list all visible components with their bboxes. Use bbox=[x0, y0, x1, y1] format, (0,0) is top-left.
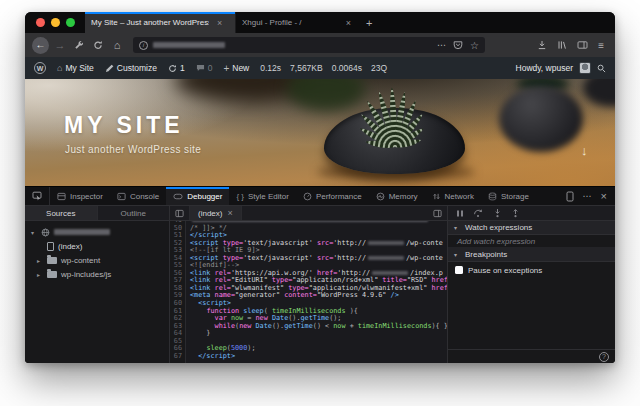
browser-tab-my-site[interactable]: My Site – Just another WordPress × bbox=[85, 12, 235, 33]
tab-console[interactable]: Console bbox=[110, 187, 166, 205]
site-info-icon[interactable]: i bbox=[139, 41, 148, 50]
new-tab-button[interactable]: + bbox=[357, 12, 381, 33]
desktop: My Site – Just another WordPress × Xhgui… bbox=[0, 0, 640, 406]
window-controls bbox=[25, 12, 85, 33]
editor-tab-index[interactable]: (index) × bbox=[189, 206, 242, 220]
browser-tab-bar: My Site – Just another WordPress × Xhgui… bbox=[25, 12, 615, 33]
tab-debugger[interactable]: Debugger bbox=[166, 187, 229, 205]
wp-admin-bar: W ⌂ My Site Customize 1 0 + New 0.12s 7,… bbox=[25, 57, 615, 79]
folder-icon bbox=[47, 257, 57, 264]
adminbar-greeting[interactable]: Howdy, wpuser bbox=[516, 63, 573, 73]
profiler-stats: 0.12s 7,567KB 0.0064s 23Q bbox=[260, 63, 387, 73]
pause-on-exceptions-checkbox[interactable] bbox=[455, 266, 463, 274]
folder-icon bbox=[47, 271, 57, 278]
avatar[interactable] bbox=[579, 62, 591, 74]
storage-icon bbox=[488, 192, 497, 201]
search-icon[interactable] bbox=[597, 64, 606, 73]
source-code-view[interactable]: 49505152535455565758596061626364656667 /… bbox=[170, 221, 447, 363]
step-in-icon[interactable] bbox=[493, 208, 502, 218]
home-button[interactable]: ⌂ bbox=[109, 37, 125, 53]
wrench-icon[interactable] bbox=[71, 37, 87, 53]
address-bar[interactable]: i ⋯ ☆ bbox=[133, 37, 485, 53]
browser-toolbar: ← → ⌂ i ⋯ ☆ bbox=[25, 33, 615, 57]
adminbar-customize[interactable]: Customize bbox=[105, 63, 157, 73]
pencil-icon bbox=[106, 64, 113, 71]
sources-panel: Sources Outline ▾ (index) ▸ bbox=[25, 206, 170, 363]
style-editor-icon: { } bbox=[236, 192, 244, 201]
tab-memory[interactable]: Memory bbox=[369, 187, 425, 205]
page-actions-icon[interactable]: ⋯ bbox=[437, 40, 446, 50]
browser-window: My Site – Just another WordPress × Xhgui… bbox=[25, 12, 615, 363]
editor-code: /* ]]> */</script><script type='text/jav… bbox=[186, 221, 447, 363]
pause-icon[interactable] bbox=[456, 209, 464, 218]
sidebar-toggle-icon[interactable] bbox=[577, 40, 588, 50]
sources-tree: ▾ (index) ▸ wp-content ▸ bbox=[25, 221, 169, 281]
tree-item-wp-includes[interactable]: ▸ wp-includes/js bbox=[25, 267, 169, 281]
tab-sources[interactable]: Sources bbox=[25, 206, 98, 220]
maximize-window-button[interactable] bbox=[66, 18, 75, 27]
minimize-window-button[interactable] bbox=[51, 18, 60, 27]
tab-storage[interactable]: Storage bbox=[481, 187, 536, 205]
stat-time: 0.12s bbox=[260, 63, 281, 73]
watch-expressions-header[interactable]: ▾ Watch expressions bbox=[448, 221, 615, 235]
code-editor: (index) × 495051525354555657585960616263… bbox=[170, 206, 447, 363]
breakpoints-header[interactable]: ▾ Breakpoints bbox=[448, 248, 615, 262]
add-watch-expression-input[interactable]: Add watch expression bbox=[448, 235, 615, 248]
scroll-down-arrow[interactable]: ↓ bbox=[581, 143, 588, 158]
adminbar-updates[interactable]: 1 bbox=[168, 63, 185, 73]
close-window-button[interactable] bbox=[36, 18, 45, 27]
tab-outline[interactable]: Outline bbox=[98, 206, 170, 220]
pocket-icon[interactable] bbox=[453, 40, 463, 50]
succulent-plant-image bbox=[316, 79, 474, 149]
library-icon[interactable] bbox=[557, 40, 567, 50]
globe-icon bbox=[41, 228, 50, 237]
step-out-icon[interactable] bbox=[511, 208, 520, 218]
reload-button[interactable] bbox=[90, 37, 106, 53]
site-tagline: Just another WordPress site bbox=[65, 144, 201, 155]
bookmark-star-icon[interactable]: ☆ bbox=[470, 40, 479, 51]
domain-redacted bbox=[54, 229, 110, 235]
devtools-menu-icon[interactable]: ⋯ bbox=[583, 191, 592, 201]
expand-panes-icon[interactable] bbox=[428, 206, 447, 220]
step-over-icon[interactable] bbox=[473, 208, 484, 218]
responsive-mode-icon[interactable] bbox=[566, 191, 574, 202]
tab-style-editor[interactable]: { } Style Editor bbox=[229, 187, 295, 205]
tab-network[interactable]: Network bbox=[425, 187, 481, 205]
downloads-icon[interactable] bbox=[537, 40, 547, 50]
forward-button[interactable]: → bbox=[52, 37, 68, 53]
inspector-icon bbox=[57, 192, 66, 201]
tree-item-index[interactable]: (index) bbox=[25, 239, 169, 253]
tab-performance[interactable]: Performance bbox=[296, 187, 369, 205]
blurred-pot bbox=[499, 86, 583, 152]
url-text-redacted bbox=[153, 42, 225, 48]
network-icon bbox=[432, 192, 441, 201]
console-icon bbox=[117, 192, 126, 201]
stat-memory: 7,567KB bbox=[290, 63, 323, 73]
home-icon: ⌂ bbox=[57, 63, 62, 73]
devtools-close-icon[interactable]: × bbox=[601, 190, 607, 202]
help-icon[interactable]: ? bbox=[599, 352, 609, 362]
tab-title: Xhgui - Profile - / bbox=[242, 18, 338, 27]
stat-cpu: 0.0064s bbox=[332, 63, 362, 73]
file-icon bbox=[47, 242, 54, 251]
site-header: MY SITE Just another WordPress site ↓ bbox=[25, 79, 615, 186]
collapse-sources-icon[interactable] bbox=[170, 206, 189, 220]
back-button[interactable]: ← bbox=[32, 37, 49, 54]
adminbar-site-name[interactable]: ⌂ My Site bbox=[57, 63, 94, 73]
wp-logo-icon[interactable]: W bbox=[34, 62, 46, 74]
tree-item-wp-content[interactable]: ▸ wp-content bbox=[25, 253, 169, 267]
memory-icon bbox=[376, 192, 385, 201]
pick-element-icon[interactable] bbox=[25, 187, 50, 205]
editor-tab-close-icon[interactable]: × bbox=[227, 208, 232, 218]
browser-tab-xhgui[interactable]: Xhgui - Profile - / × bbox=[235, 12, 357, 33]
tab-close-icon[interactable]: × bbox=[217, 18, 222, 28]
menu-icon[interactable]: ≡ bbox=[598, 40, 604, 51]
comments-icon bbox=[196, 64, 205, 72]
tab-inspector[interactable]: Inspector bbox=[50, 187, 110, 205]
adminbar-comments[interactable]: 0 bbox=[196, 63, 213, 73]
adminbar-new[interactable]: + New bbox=[223, 63, 249, 74]
site-title[interactable]: MY SITE bbox=[64, 112, 184, 139]
tab-close-icon[interactable]: × bbox=[346, 18, 351, 28]
pause-on-exceptions-row[interactable]: Pause on exceptions bbox=[448, 262, 615, 278]
tree-item-domain[interactable]: ▾ bbox=[25, 225, 169, 239]
